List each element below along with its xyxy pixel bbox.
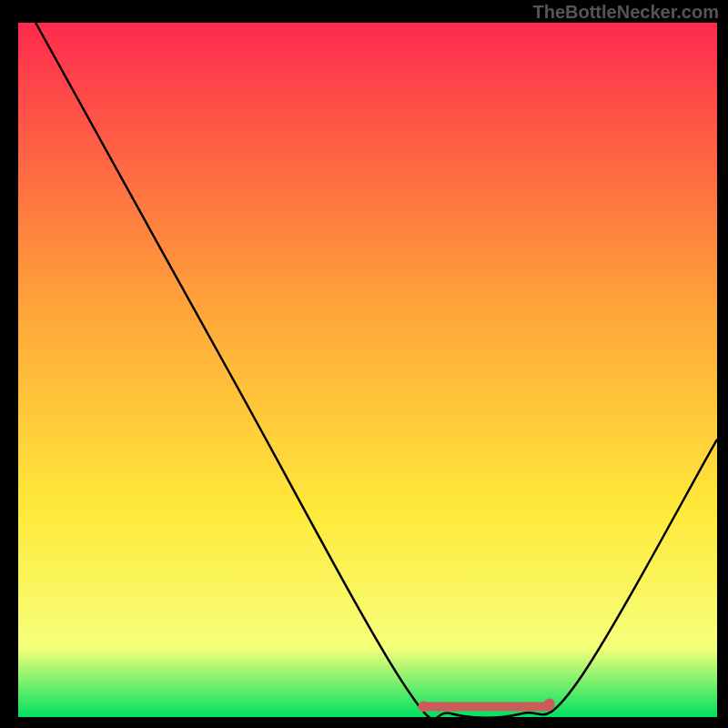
- chart-svg: [0, 0, 728, 728]
- optimal-range-endpoint: [544, 699, 555, 710]
- watermark-text: TheBottleNecker.com: [532, 2, 719, 23]
- optimal-range-endpoint: [418, 702, 429, 713]
- chart-container: TheBottleNecker.com: [0, 0, 728, 728]
- plot-background: [18, 23, 717, 717]
